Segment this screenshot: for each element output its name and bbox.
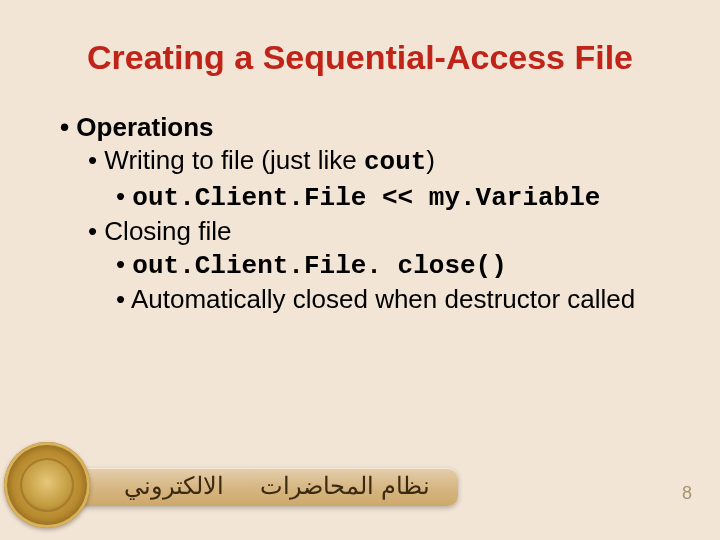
bullet-operations: • Operations	[60, 111, 660, 144]
bullet-close-code: • out.Client.File. close()	[60, 248, 660, 283]
banner-text-left: الالكتروني	[124, 472, 224, 499]
code-write: out.Client.File << my.Variable	[132, 183, 600, 213]
bullet-closing-text: Closing file	[104, 216, 231, 246]
code-cout: cout	[364, 147, 426, 177]
bullet-writing: • Writing to file (just like cout)	[60, 144, 660, 179]
bullet-operations-text: Operations	[76, 112, 213, 142]
slide-body: • Operations • Writing to file (just lik…	[0, 77, 720, 317]
bullet-closing: • Closing file	[60, 215, 660, 248]
seal-icon	[4, 442, 90, 528]
footer-banner: نظام المحاضراتالالكتروني	[74, 468, 458, 506]
bullet-writing-post: )	[426, 145, 435, 175]
code-close: out.Client.File. close()	[132, 251, 506, 281]
bullet-writing-pre: Writing to file (just like	[104, 145, 364, 175]
bullet-auto-text: Automatically closed when destructor cal…	[131, 284, 635, 314]
bullet-auto: • Automatically closed when destructor c…	[60, 283, 660, 316]
footer: نظام المحاضراتالالكتروني 8	[0, 442, 720, 528]
slide-title: Creating a Sequential-Access File	[0, 0, 720, 77]
banner-text-right: نظام المحاضرات	[260, 472, 430, 499]
bullet-write-code: • out.Client.File << my.Variable	[60, 180, 660, 215]
page-number: 8	[682, 483, 692, 504]
